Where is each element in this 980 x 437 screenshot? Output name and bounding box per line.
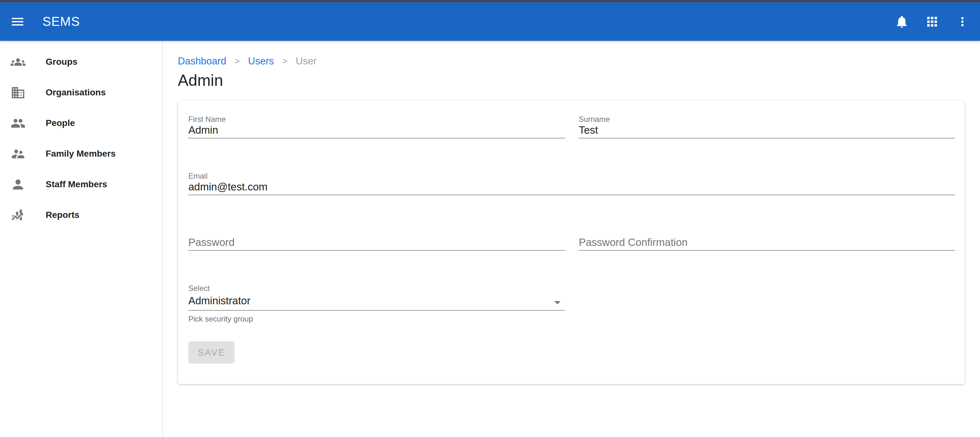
user-form-card: First Name Surname Email <box>178 101 965 384</box>
apps-button[interactable] <box>924 13 940 30</box>
menu-button[interactable] <box>9 13 26 30</box>
sidebar-item-groups[interactable]: Groups <box>0 47 162 77</box>
sidebar: Groups Organisations People Family Membe… <box>0 41 163 437</box>
surname-label: Surname <box>579 115 955 124</box>
email-input[interactable] <box>188 182 955 195</box>
supervisor-account-icon <box>11 146 25 162</box>
security-group-select[interactable]: Administrator <box>188 294 565 311</box>
chart-trend-icon <box>11 207 25 223</box>
person-icon <box>11 177 25 192</box>
select-label: Select <box>188 284 565 293</box>
password-input[interactable] <box>188 238 565 251</box>
sidebar-item-organisations[interactable]: Organisations <box>0 77 162 108</box>
sidebar-item-people[interactable]: People <box>0 108 162 138</box>
groups-icon <box>11 55 25 70</box>
security-group-hint: Pick security group <box>188 315 565 323</box>
first-name-input[interactable] <box>188 125 565 138</box>
breadcrumb-separator: > <box>235 55 240 68</box>
building-icon <box>11 85 25 100</box>
hamburger-menu-icon <box>10 14 25 29</box>
security-group-field: Select Administrator Pick security group <box>188 284 565 323</box>
people-icon <box>11 116 25 131</box>
chevron-down-icon <box>550 295 565 310</box>
window-top-strip <box>0 0 980 2</box>
sidebar-item-label: Organisations <box>46 87 106 98</box>
sidebar-item-staff-members[interactable]: Staff Members <box>0 169 162 200</box>
app-title: SEMS <box>43 14 80 29</box>
email-field: Email <box>188 172 955 195</box>
surname-input[interactable] <box>579 125 955 138</box>
overflow-menu-button[interactable] <box>955 13 970 30</box>
save-button[interactable]: SAVE <box>188 341 235 364</box>
password-confirmation-field <box>579 236 955 251</box>
page-title: Admin <box>178 71 965 90</box>
password-confirmation-input[interactable] <box>579 238 955 251</box>
apps-grid-icon <box>925 14 939 29</box>
app-bar: SEMS <box>0 2 980 41</box>
sidebar-item-label: Reports <box>46 210 80 220</box>
first-name-label: First Name <box>188 115 565 124</box>
first-name-field: First Name <box>188 115 565 138</box>
sidebar-item-label: Groups <box>46 57 78 67</box>
sidebar-item-reports[interactable]: Reports <box>0 200 162 230</box>
sidebar-item-label: Family Members <box>46 149 116 159</box>
surname-field: Surname <box>579 115 955 138</box>
sidebar-item-label: People <box>46 118 75 128</box>
more-vertical-icon <box>955 15 969 29</box>
sidebar-item-label: Staff Members <box>46 179 107 190</box>
breadcrumb: Dashboard > Users > User <box>178 55 965 68</box>
sidebar-item-family-members[interactable]: Family Members <box>0 138 162 169</box>
notifications-button[interactable] <box>894 13 910 30</box>
breadcrumb-current-user: User <box>296 55 317 68</box>
breadcrumb-separator: > <box>282 55 287 68</box>
bell-icon <box>894 14 909 29</box>
password-field <box>188 236 565 251</box>
breadcrumb-link-dashboard[interactable]: Dashboard <box>178 55 226 68</box>
email-label: Email <box>188 172 955 180</box>
breadcrumb-link-users[interactable]: Users <box>248 55 274 68</box>
main-content: Dashboard > Users > User Admin First Nam… <box>163 41 980 437</box>
security-group-selected-value: Administrator <box>188 295 250 307</box>
